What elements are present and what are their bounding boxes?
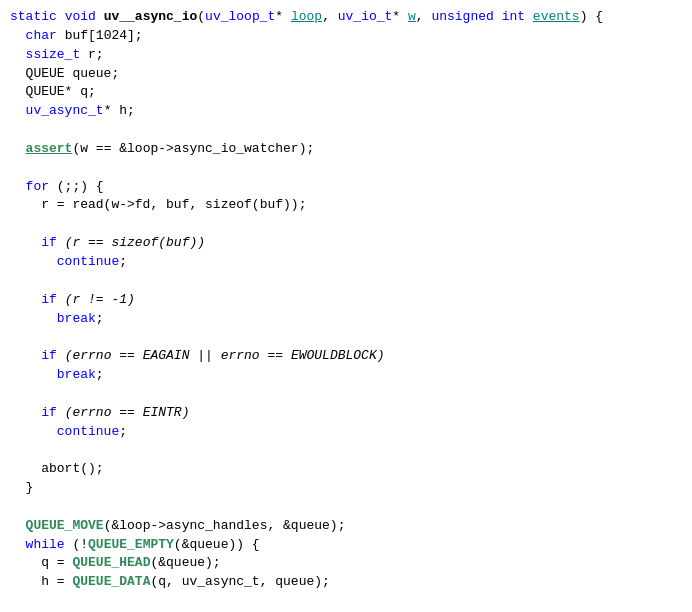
code-line: if (r != -1) [0, 291, 692, 310]
code-line: break; [0, 366, 692, 385]
code-line [0, 159, 692, 178]
code-line: h = QUEUE_DATA(q, uv_async_t, queue); [0, 573, 692, 592]
code-container: static void uv__async_io(uv_loop_t* loop… [0, 0, 692, 612]
code-line: char buf[1024]; [0, 27, 692, 46]
code-line: abort(); [0, 460, 692, 479]
code-line: static void uv__async_io(uv_loop_t* loop… [0, 8, 692, 27]
code-line: assert(w == &loop->async_io_watcher); [0, 140, 692, 159]
code-line: for (;;) { [0, 178, 692, 197]
code-line [0, 385, 692, 404]
code-line: if (errno == EAGAIN || errno == EWOULDBL… [0, 347, 692, 366]
code-line [0, 215, 692, 234]
code-line: if (errno == EINTR) [0, 404, 692, 423]
code-line: } [0, 479, 692, 498]
code-line [0, 441, 692, 460]
code-line: if (r == sizeof(buf)) [0, 234, 692, 253]
code-line [0, 592, 692, 611]
code-line: ssize_t r; [0, 46, 692, 65]
code-content: static void uv__async_io(uv_loop_t* loop… [0, 8, 692, 612]
code-line: QUEUE* q; [0, 83, 692, 102]
code-line: r = read(w->fd, buf, sizeof(buf)); [0, 196, 692, 215]
code-line: QUEUE queue; [0, 65, 692, 84]
code-line [0, 272, 692, 291]
code-line: QUEUE_MOVE(&loop->async_handles, &queue)… [0, 517, 692, 536]
code-line [0, 328, 692, 347]
code-line: while (!QUEUE_EMPTY(&queue)) { [0, 536, 692, 555]
code-line: uv_async_t* h; [0, 102, 692, 121]
code-line: break; [0, 310, 692, 329]
code-line: q = QUEUE_HEAD(&queue); [0, 554, 692, 573]
code-line [0, 121, 692, 140]
code-line: continue; [0, 253, 692, 272]
code-line: continue; [0, 423, 692, 442]
code-line [0, 498, 692, 517]
